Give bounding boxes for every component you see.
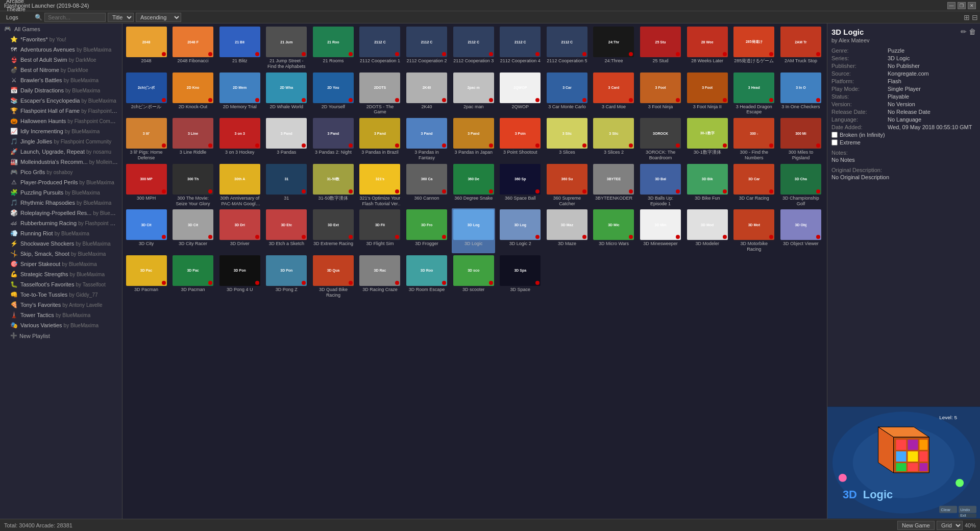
- game-cell-54[interactable]: 360 Sp360 Space Ball: [499, 163, 542, 208]
- sidebar-item-10[interactable]: 🎵Jingle Jollies by Flashpoint Community: [0, 136, 122, 147]
- sidebar-item-18[interactable]: 🏎Rubberburning Racing by Flashpoint Staf…: [0, 218, 122, 228]
- game-cell-72[interactable]: 3D Min3D Minesweeper: [639, 208, 682, 253]
- search-input[interactable]: [44, 13, 106, 22]
- game-cell-38[interactable]: 3 Pand3 Pandas in Japan: [452, 117, 495, 162]
- game-cell-62[interactable]: 3D Cit3D City Racer: [172, 208, 215, 253]
- sidebar-item-2[interactable]: 👙Best of Adult Swim by DarkMoe: [0, 55, 122, 65]
- game-cell-40[interactable]: 3 Slic3 Slices: [545, 117, 589, 162]
- sidebar-item-7[interactable]: 🏆Flashpoint Hall of Fame by Flashpoint S…: [0, 106, 122, 116]
- edit-button[interactable]: ✏: [961, 28, 967, 36]
- game-cell-19[interactable]: 2D Wha2D Whale World: [265, 71, 308, 116]
- game-cell-80[interactable]: 3D Qua3D Quad Bike Racing: [311, 254, 355, 299]
- game-cell-73[interactable]: 3D Mod3D Modeler: [685, 208, 729, 253]
- game-cell-27[interactable]: 3 Foot3 Foot Ninja: [639, 71, 682, 116]
- game-cell-76[interactable]: 3D Pac3D Pacman: [125, 254, 168, 299]
- game-cell-34[interactable]: 3 Pand3 Pandas: [265, 117, 308, 162]
- game-cell-26[interactable]: 3 Card3 Card Moe: [592, 71, 635, 116]
- game-cell-63[interactable]: 3D Dri3D Driver: [218, 208, 261, 253]
- game-cell-12[interactable]: 25 Stu25 Stud: [639, 26, 682, 70]
- game-cell-7[interactable]: 2112 C2112 Cooperation 2: [405, 26, 449, 70]
- game-cell-60[interactable]: 3D Cha3D Championship Golf: [779, 163, 822, 208]
- game-cell-6[interactable]: 2112 C2112 Cooperation 1: [358, 26, 402, 70]
- game-cell-29[interactable]: 3 Head3 Headed Dragon Escape: [732, 71, 776, 116]
- game-cell-64[interactable]: 3D Etc3D Etch a Sketch: [265, 208, 308, 253]
- game-cell-58[interactable]: 3D Bik3D Bike Fun: [685, 163, 729, 208]
- game-cell-83[interactable]: 3D sco3D scooter: [452, 254, 495, 299]
- menu-item-theatre[interactable]: Theatre: [2, 5, 30, 13]
- game-cell-59[interactable]: 3D Car3D Car Racing: [732, 163, 776, 208]
- broken-checkbox[interactable]: [831, 132, 838, 138]
- sidebar-item-6[interactable]: 📚Escaper's Encyclopedia by BlueMaxima: [0, 95, 122, 106]
- sidebar-item-8[interactable]: 🎃Halloween Haunts by Flashpoint Communit…: [0, 116, 122, 126]
- sidebar-item-22[interactable]: 🎯Sniper Stakeout by BlueMaxima: [0, 259, 122, 269]
- sidebar-item-23[interactable]: 💪Strategic Strengths by BlueMaxima: [0, 269, 122, 279]
- game-cell-78[interactable]: 3D Pon3D Pong 4 U: [218, 254, 261, 299]
- game-cell-46[interactable]: 300 MP300 MPH: [125, 163, 168, 208]
- sort-order-select[interactable]: Ascending Descending: [136, 13, 181, 22]
- game-cell-57[interactable]: 3D Bal3D Balls Up: Episode 1: [639, 163, 682, 208]
- menu-item-logs[interactable]: Logs: [2, 13, 30, 21]
- game-cell-47[interactable]: 300 Th300 The Movie: Seize Your Glory: [172, 163, 215, 208]
- game-cell-71[interactable]: 3D Mic3D Micro Wars: [592, 208, 635, 253]
- game-cell-75[interactable]: 3D Obj3D Object Viewer: [779, 208, 822, 253]
- game-cell-32[interactable]: 3 Line3 Line Riddle: [172, 117, 215, 162]
- sidebar-item-3[interactable]: 💣Best of Nitrome by DarkMoe: [0, 65, 122, 75]
- game-cell-55[interactable]: 360 Su360 Supreme Catcher: [545, 163, 589, 208]
- game-cell-17[interactable]: 2D Kno2D Knock-Out: [172, 71, 215, 116]
- game-cell-24[interactable]: 2QWOP2QWOP: [499, 71, 542, 116]
- game-cell-31[interactable]: 3 lil'3 lil' Pigs: Home Defense: [125, 117, 168, 162]
- game-cell-56[interactable]: 3BYTEE3BYTEENKODER: [592, 163, 635, 208]
- game-cell-69[interactable]: 3D Log3D Logic 2: [499, 208, 542, 253]
- game-cell-53[interactable]: 360 De360 Degree Snake: [452, 163, 495, 208]
- game-cell-18[interactable]: 2D Mem2D Memory Trial: [218, 71, 261, 116]
- game-cell-14[interactable]: 285発道け285発道けるゲーム: [732, 26, 776, 70]
- game-cell-22[interactable]: 2K402K40: [405, 71, 449, 116]
- new-playlist-button[interactable]: ➕ New Playlist: [0, 330, 122, 341]
- sidebar-item-17[interactable]: 🎲Roleplaying-Propelled Res... by BlueMax…: [0, 208, 122, 218]
- sidebar-item-0[interactable]: ⭐*Favorites* by You!: [0, 34, 122, 44]
- game-cell-9[interactable]: 2112 C2112 Cooperation 4: [499, 26, 542, 70]
- game-cell-33[interactable]: 3 on 33 on 3 Hockey: [218, 117, 261, 162]
- sort-field-select[interactable]: Title: [108, 13, 134, 22]
- game-grid-area[interactable]: 204820482048 F2048 Fibonacci21 Bli21 Bli…: [122, 23, 827, 519]
- game-cell-81[interactable]: 3D Rac3D Racing Craze: [358, 254, 402, 299]
- game-cell-30[interactable]: 3 In O3 In One Checkers: [779, 71, 822, 116]
- game-cell-8[interactable]: 2112 C2112 Cooperation 3: [452, 26, 495, 70]
- game-cell-68[interactable]: 3D Log3D Logic: [452, 208, 495, 253]
- game-cell-49[interactable]: 3131: [265, 163, 308, 208]
- view-select[interactable]: Grid List: [937, 521, 963, 530]
- sidebar-item-26[interactable]: 🍕Tony's Favorites by Antony Lavelle: [0, 300, 122, 310]
- game-cell-13[interactable]: 28 Wee28 Weeks Later: [685, 26, 729, 70]
- game-cell-16[interactable]: 2chビンポ2chビンポール: [125, 71, 168, 116]
- sidebar-item-14[interactable]: ⚠Player-Produced Perils by BlueMaxima: [0, 177, 122, 187]
- sidebar-item-27[interactable]: 🗼Tower Tactics by BlueMaxima: [0, 310, 122, 320]
- game-cell-50[interactable]: 31-50数31-50数字漢体: [311, 163, 355, 208]
- game-cell-37[interactable]: 3 Pand3 Pandas in Fantasy: [405, 117, 449, 162]
- game-cell-39[interactable]: 3 Poin3 Point Shootout: [499, 117, 542, 162]
- game-cell-42[interactable]: 3OROCK3OROCK: The Boardroom: [639, 117, 682, 162]
- delete-button[interactable]: 🗑: [969, 28, 976, 36]
- sidebar-item-25[interactable]: 👊Toe-to-Toe Tussles by Giddy_77: [0, 289, 122, 300]
- game-cell-41[interactable]: 3 Slic3 Slices 2: [592, 117, 635, 162]
- sidebar-item-9[interactable]: 📈Idly Incrementing by BlueMaxima: [0, 126, 122, 136]
- extreme-checkbox[interactable]: [831, 139, 838, 146]
- sidebar-item-11[interactable]: 🚀Launch, Upgrade, Repeat by nosamu: [0, 147, 122, 157]
- game-cell-77[interactable]: 3D Pac3D Pacman: [172, 254, 215, 299]
- minimize-button[interactable]: —: [947, 2, 955, 9]
- sidebar-item-13[interactable]: 🎮Pico Gr8s by oshaboy: [0, 167, 122, 177]
- game-cell-25[interactable]: 3 Car 3 Car Monte Carlo: [545, 71, 589, 116]
- game-cell-70[interactable]: 3D Maz3D Maze: [545, 208, 589, 253]
- game-cell-48[interactable]: 30th A30th Anniversary of PAC-MAN Google…: [218, 163, 261, 208]
- game-cell-3[interactable]: 21 Bli21 Blitz: [218, 26, 261, 70]
- game-cell-20[interactable]: 2D You2D Yourself: [311, 71, 355, 116]
- sidebar-item-20[interactable]: ⚡Shockwave Shockers by BlueMaxima: [0, 238, 122, 249]
- sidebar-item-5[interactable]: 📅Daily Distractions by BlueMaxima: [0, 85, 122, 95]
- game-cell-79[interactable]: 3D Pon3D Pong Z: [265, 254, 308, 299]
- restore-button[interactable]: ❐: [958, 2, 966, 9]
- sidebar-item-15[interactable]: 🧩Puzzling Pursuits by BlueMaxima: [0, 187, 122, 198]
- sidebar-item-21[interactable]: 🤸Skip, Smack, Shoot by BlueMaxima: [0, 249, 122, 259]
- game-cell-15[interactable]: 2AM Tr2AM Truck Stop: [779, 26, 822, 70]
- menu-item-arcade[interactable]: Arcade: [2, 0, 30, 5]
- game-cell-4[interactable]: 21 Jum21 Jump Street - Find the Alphabet…: [265, 26, 308, 70]
- game-cell-35[interactable]: 3 Pand3 Pandas 2: Night: [311, 117, 355, 162]
